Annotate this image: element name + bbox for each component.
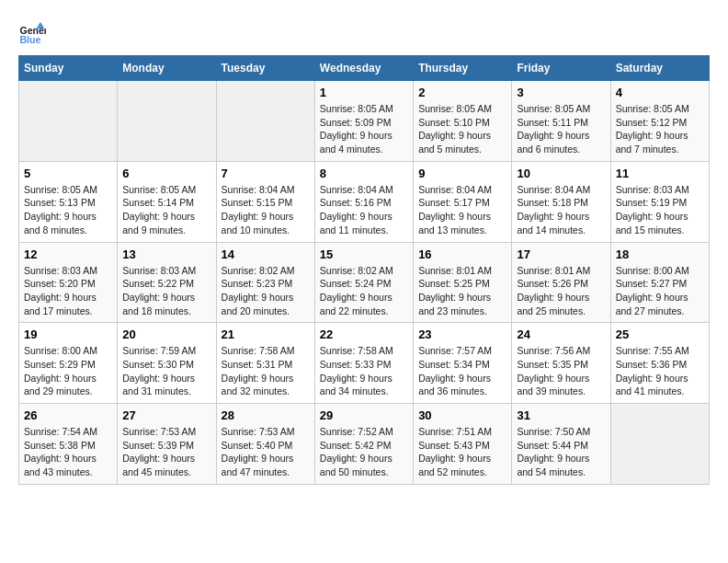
day-info: Sunrise: 8:03 AM Sunset: 5:19 PM Dayligh… — [616, 183, 704, 237]
calendar-cell — [610, 404, 709, 485]
day-info: Sunrise: 7:54 AM Sunset: 5:38 PM Dayligh… — [24, 425, 112, 479]
calendar-cell: 7Sunrise: 8:04 AM Sunset: 5:15 PM Daylig… — [216, 161, 314, 242]
day-info: Sunrise: 7:53 AM Sunset: 5:40 PM Dayligh… — [222, 425, 310, 479]
calendar-cell: 2Sunrise: 8:05 AM Sunset: 5:10 PM Daylig… — [414, 81, 512, 162]
calendar-cell: 1Sunrise: 8:05 AM Sunset: 5:09 PM Daylig… — [314, 81, 413, 162]
day-info: Sunrise: 7:52 AM Sunset: 5:42 PM Dayligh… — [320, 425, 408, 479]
day-number: 23 — [418, 327, 506, 341]
day-number: 21 — [222, 327, 310, 341]
day-number: 3 — [517, 86, 605, 99]
day-number: 15 — [320, 247, 408, 261]
day-number: 30 — [418, 408, 506, 422]
day-info: Sunrise: 8:04 AM Sunset: 5:17 PM Dayligh… — [418, 183, 506, 237]
day-number: 11 — [616, 167, 704, 180]
calendar-cell: 23Sunrise: 7:57 AM Sunset: 5:34 PM Dayli… — [414, 323, 512, 404]
day-number: 22 — [320, 327, 408, 341]
day-info: Sunrise: 7:50 AM Sunset: 5:44 PM Dayligh… — [517, 425, 605, 479]
calendar-cell — [118, 81, 216, 162]
logo: General Blue — [18, 18, 46, 46]
calendar-cell: 21Sunrise: 7:58 AM Sunset: 5:31 PM Dayli… — [216, 323, 314, 404]
calendar-cell — [19, 81, 118, 162]
calendar-cell: 15Sunrise: 8:02 AM Sunset: 5:24 PM Dayli… — [314, 242, 413, 323]
day-number: 28 — [222, 408, 310, 422]
calendar-cell: 31Sunrise: 7:50 AM Sunset: 5:44 PM Dayli… — [512, 404, 610, 485]
weekday-header: Sunday — [19, 56, 118, 81]
calendar-cell: 5Sunrise: 8:05 AM Sunset: 5:13 PM Daylig… — [19, 161, 118, 242]
day-number: 26 — [24, 408, 112, 422]
calendar-cell: 12Sunrise: 8:03 AM Sunset: 5:20 PM Dayli… — [19, 242, 118, 323]
day-info: Sunrise: 8:05 AM Sunset: 5:13 PM Dayligh… — [24, 183, 112, 237]
calendar-cell — [216, 81, 314, 162]
svg-text:Blue: Blue — [20, 34, 41, 45]
calendar-cell: 13Sunrise: 8:03 AM Sunset: 5:22 PM Dayli… — [118, 242, 216, 323]
calendar-cell: 10Sunrise: 8:04 AM Sunset: 5:18 PM Dayli… — [512, 161, 610, 242]
calendar-week-row: 19Sunrise: 8:00 AM Sunset: 5:29 PM Dayli… — [19, 323, 710, 404]
day-number: 24 — [517, 327, 605, 341]
calendar-cell: 9Sunrise: 8:04 AM Sunset: 5:17 PM Daylig… — [414, 161, 512, 242]
calendar-cell: 14Sunrise: 8:02 AM Sunset: 5:23 PM Dayli… — [216, 242, 314, 323]
day-number: 20 — [122, 327, 210, 341]
day-number: 16 — [418, 247, 506, 261]
calendar-cell: 16Sunrise: 8:01 AM Sunset: 5:25 PM Dayli… — [414, 242, 512, 323]
calendar-cell: 28Sunrise: 7:53 AM Sunset: 5:40 PM Dayli… — [216, 404, 314, 485]
day-number: 8 — [320, 167, 408, 180]
day-info: Sunrise: 8:04 AM Sunset: 5:15 PM Dayligh… — [222, 183, 310, 237]
day-info: Sunrise: 7:58 AM Sunset: 5:31 PM Dayligh… — [222, 344, 310, 398]
calendar-week-row: 12Sunrise: 8:03 AM Sunset: 5:20 PM Dayli… — [19, 242, 710, 323]
day-number: 5 — [24, 167, 112, 180]
calendar-header: SundayMondayTuesdayWednesdayThursdayFrid… — [19, 56, 710, 81]
day-info: Sunrise: 7:56 AM Sunset: 5:35 PM Dayligh… — [517, 344, 605, 398]
weekday-header: Saturday — [610, 56, 709, 81]
day-info: Sunrise: 8:03 AM Sunset: 5:20 PM Dayligh… — [24, 264, 112, 318]
calendar-cell: 8Sunrise: 8:04 AM Sunset: 5:16 PM Daylig… — [314, 161, 413, 242]
day-info: Sunrise: 7:57 AM Sunset: 5:34 PM Dayligh… — [418, 344, 506, 398]
calendar-cell: 11Sunrise: 8:03 AM Sunset: 5:19 PM Dayli… — [610, 161, 709, 242]
calendar-cell: 26Sunrise: 7:54 AM Sunset: 5:38 PM Dayli… — [19, 404, 118, 485]
weekday-header: Tuesday — [216, 56, 314, 81]
day-number: 13 — [122, 247, 210, 261]
logo-icon: General Blue — [18, 18, 46, 46]
day-number: 25 — [616, 327, 704, 341]
calendar-cell: 17Sunrise: 8:01 AM Sunset: 5:26 PM Dayli… — [512, 242, 610, 323]
calendar-cell: 27Sunrise: 7:53 AM Sunset: 5:39 PM Dayli… — [118, 404, 216, 485]
calendar-cell: 25Sunrise: 7:55 AM Sunset: 5:36 PM Dayli… — [610, 323, 709, 404]
day-info: Sunrise: 8:00 AM Sunset: 5:27 PM Dayligh… — [616, 264, 704, 318]
day-number: 29 — [320, 408, 408, 422]
calendar-cell: 3Sunrise: 8:05 AM Sunset: 5:11 PM Daylig… — [512, 81, 610, 162]
day-info: Sunrise: 8:05 AM Sunset: 5:14 PM Dayligh… — [122, 183, 210, 237]
calendar-cell: 30Sunrise: 7:51 AM Sunset: 5:43 PM Dayli… — [414, 404, 512, 485]
day-info: Sunrise: 8:01 AM Sunset: 5:25 PM Dayligh… — [418, 264, 506, 318]
day-info: Sunrise: 7:59 AM Sunset: 5:30 PM Dayligh… — [122, 344, 210, 398]
day-info: Sunrise: 8:05 AM Sunset: 5:12 PM Dayligh… — [616, 102, 704, 156]
day-info: Sunrise: 8:02 AM Sunset: 5:24 PM Dayligh… — [320, 264, 408, 318]
calendar-week-row: 26Sunrise: 7:54 AM Sunset: 5:38 PM Dayli… — [19, 404, 710, 485]
day-number: 12 — [24, 247, 112, 261]
day-info: Sunrise: 8:04 AM Sunset: 5:16 PM Dayligh… — [320, 183, 408, 237]
day-number: 7 — [222, 167, 310, 180]
calendar-week-row: 1Sunrise: 8:05 AM Sunset: 5:09 PM Daylig… — [19, 81, 710, 162]
calendar-cell: 6Sunrise: 8:05 AM Sunset: 5:14 PM Daylig… — [118, 161, 216, 242]
day-info: Sunrise: 7:51 AM Sunset: 5:43 PM Dayligh… — [418, 425, 506, 479]
calendar-table: SundayMondayTuesdayWednesdayThursdayFrid… — [18, 55, 710, 485]
day-info: Sunrise: 8:00 AM Sunset: 5:29 PM Dayligh… — [24, 344, 112, 398]
calendar-cell: 29Sunrise: 7:52 AM Sunset: 5:42 PM Dayli… — [314, 404, 413, 485]
weekday-header: Thursday — [414, 56, 512, 81]
calendar-cell: 19Sunrise: 8:00 AM Sunset: 5:29 PM Dayli… — [19, 323, 118, 404]
calendar-cell: 18Sunrise: 8:00 AM Sunset: 5:27 PM Dayli… — [610, 242, 709, 323]
calendar-cell: 20Sunrise: 7:59 AM Sunset: 5:30 PM Dayli… — [118, 323, 216, 404]
calendar-cell: 22Sunrise: 7:58 AM Sunset: 5:33 PM Dayli… — [314, 323, 413, 404]
day-number: 14 — [222, 247, 310, 261]
day-number: 10 — [517, 167, 605, 180]
day-info: Sunrise: 8:05 AM Sunset: 5:09 PM Dayligh… — [320, 102, 408, 156]
day-number: 2 — [418, 86, 506, 99]
day-info: Sunrise: 8:05 AM Sunset: 5:10 PM Dayligh… — [418, 102, 506, 156]
page-header: General Blue — [18, 18, 710, 46]
day-info: Sunrise: 8:05 AM Sunset: 5:11 PM Dayligh… — [517, 102, 605, 156]
day-number: 31 — [517, 408, 605, 422]
day-info: Sunrise: 8:01 AM Sunset: 5:26 PM Dayligh… — [517, 264, 605, 318]
day-info: Sunrise: 8:03 AM Sunset: 5:22 PM Dayligh… — [122, 264, 210, 318]
calendar-week-row: 5Sunrise: 8:05 AM Sunset: 5:13 PM Daylig… — [19, 161, 710, 242]
day-info: Sunrise: 8:04 AM Sunset: 5:18 PM Dayligh… — [517, 183, 605, 237]
weekday-header: Wednesday — [314, 56, 413, 81]
day-info: Sunrise: 7:58 AM Sunset: 5:33 PM Dayligh… — [320, 344, 408, 398]
